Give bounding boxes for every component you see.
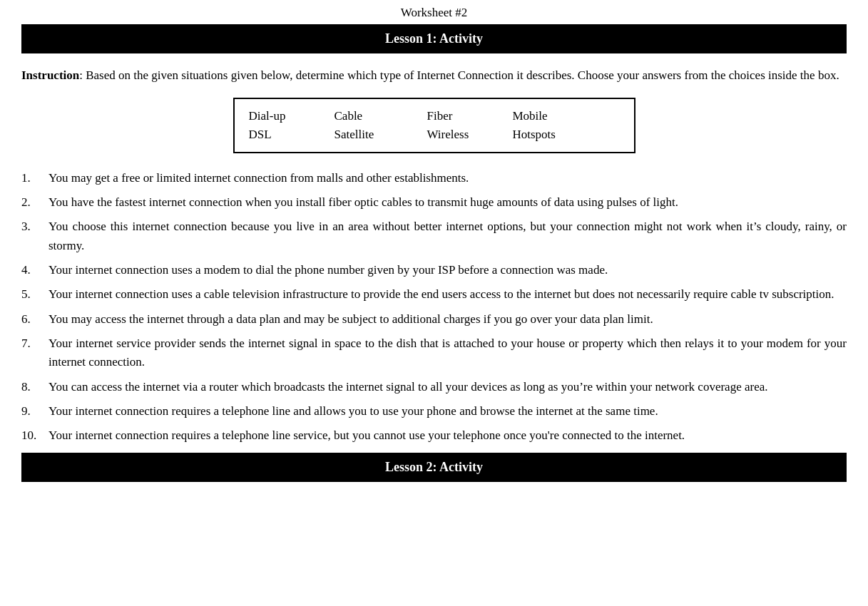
lesson2-header: Lesson 2: Activity <box>21 453 847 482</box>
question-text: Your internet connection requires a tele… <box>48 402 847 421</box>
question-text: You choose this internet connection beca… <box>48 217 847 255</box>
questions-list: 1.You may get a free or limited internet… <box>21 169 847 446</box>
choice-satellite: Satellite <box>335 128 427 142</box>
lesson1-header: Lesson 1: Activity <box>21 24 847 53</box>
list-item: 2.You have the fastest internet connecti… <box>21 193 847 212</box>
question-text: Your internet connection uses a cable te… <box>48 285 847 304</box>
question-text: You may get a free or limited internet c… <box>48 169 847 188</box>
instruction: Instruction: Based on the given situatio… <box>21 66 847 85</box>
question-text: You have the fastest internet connection… <box>48 193 847 212</box>
list-item: 1.You may get a free or limited internet… <box>21 169 847 188</box>
question-text: Your internet connection uses a modem to… <box>48 261 847 279</box>
question-number: 10. <box>21 426 48 445</box>
choices-box: Dial-up Cable Fiber Mobile DSL Satellite… <box>233 98 635 153</box>
choice-mobile: Mobile <box>513 109 606 123</box>
choice-wireless: Wireless <box>427 128 513 142</box>
list-item: 5.Your internet connection uses a cable … <box>21 285 847 304</box>
question-number: 1. <box>21 169 48 188</box>
list-item: 10.Your internet connection requires a t… <box>21 426 847 445</box>
question-number: 7. <box>21 334 48 353</box>
list-item: 6.You may access the internet through a … <box>21 310 847 329</box>
list-item: 3.You choose this internet connection be… <box>21 217 847 255</box>
list-item: 7.Your internet service provider sends t… <box>21 334 847 372</box>
question-text: You can access the internet via a router… <box>48 378 847 396</box>
choices-grid: Dial-up Cable Fiber Mobile DSL Satellite… <box>249 109 606 142</box>
worksheet-title: Worksheet #2 <box>21 0 847 24</box>
choice-fiber: Fiber <box>427 109 513 123</box>
instruction-label: Instruction <box>21 68 79 82</box>
question-number: 3. <box>21 217 48 236</box>
choice-cable: Cable <box>335 109 427 123</box>
list-item: 9.Your internet connection requires a te… <box>21 402 847 421</box>
list-item: 8.You can access the internet via a rout… <box>21 378 847 396</box>
question-number: 5. <box>21 285 48 304</box>
choice-hotspots: Hotspots <box>513 128 606 142</box>
question-number: 6. <box>21 310 48 329</box>
question-number: 8. <box>21 378 48 396</box>
question-number: 4. <box>21 261 48 279</box>
choices-box-wrapper: Dial-up Cable Fiber Mobile DSL Satellite… <box>21 98 847 153</box>
question-number: 9. <box>21 402 48 421</box>
question-number: 2. <box>21 193 48 212</box>
question-text: You may access the internet through a da… <box>48 310 847 329</box>
instruction-body: : Based on the given situations given be… <box>79 68 839 82</box>
question-text: Your internet service provider sends the… <box>48 334 847 372</box>
choice-dsl: DSL <box>249 128 335 142</box>
choice-dialup: Dial-up <box>249 109 335 123</box>
list-item: 4.Your internet connection uses a modem … <box>21 261 847 279</box>
question-text: Your internet connection requires a tele… <box>48 426 847 445</box>
